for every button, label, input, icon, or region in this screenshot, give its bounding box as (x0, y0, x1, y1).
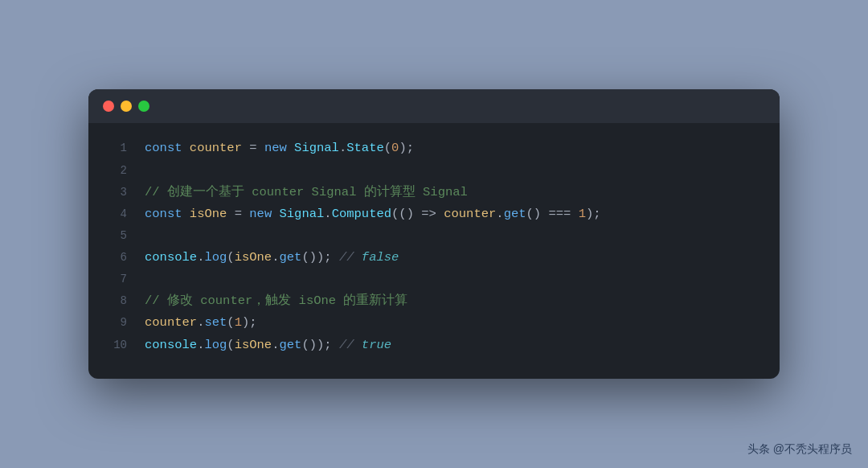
line-number: 10 (104, 335, 127, 355)
code-line-2: 2 (88, 160, 780, 182)
close-button[interactable] (103, 101, 114, 112)
line-number: 8 (104, 291, 127, 311)
line-content (145, 269, 152, 290)
line-number: 2 (104, 161, 127, 181)
minimize-button[interactable] (121, 101, 132, 112)
line-content: // 修改 counter，触发 isOne 的重新计算 (145, 290, 407, 312)
code-line-7: 7 (88, 269, 780, 290)
line-number: 5 (104, 226, 127, 246)
line-content: const isOne = new Signal.Computed(() => … (145, 203, 601, 225)
watermark: 头条 @不秃头程序员 (747, 442, 852, 457)
maximize-button[interactable] (138, 101, 149, 112)
code-line-1: 1 const counter = new Signal.State(0); (88, 138, 780, 159)
code-line-10: 10 console.log(isOne.get()); // true (88, 335, 780, 356)
code-line-6: 6 console.log(isOne.get()); // false (88, 247, 780, 269)
line-content: const counter = new Signal.State(0); (145, 138, 414, 159)
line-content: // 创建一个基于 counter Signal 的计算型 Signal (145, 182, 468, 203)
line-number: 6 (104, 248, 127, 268)
line-number: 9 (104, 313, 127, 333)
code-line-8: 8 // 修改 counter，触发 isOne 的重新计算 (88, 290, 780, 312)
line-number: 4 (104, 204, 127, 224)
line-content: console.log(isOne.get()); // true (145, 335, 391, 356)
line-content (145, 225, 152, 247)
code-line-4: 4 const isOne = new Signal.Computed(() =… (88, 203, 780, 225)
line-number: 7 (104, 269, 127, 289)
line-number: 1 (104, 138, 127, 158)
line-content (145, 160, 152, 182)
code-window: 1 const counter = new Signal.State(0); 2… (88, 89, 780, 378)
line-content: counter.set(1); (145, 312, 257, 334)
code-editor: 1 const counter = new Signal.State(0); 2… (88, 123, 780, 378)
line-content: console.log(isOne.get()); // false (145, 247, 399, 269)
code-line-3: 3 // 创建一个基于 counter Signal 的计算型 Signal (88, 182, 780, 203)
titlebar (88, 89, 780, 123)
code-line-5: 5 (88, 225, 780, 247)
code-line-9: 9 counter.set(1); (88, 312, 780, 334)
line-number: 3 (104, 183, 127, 203)
